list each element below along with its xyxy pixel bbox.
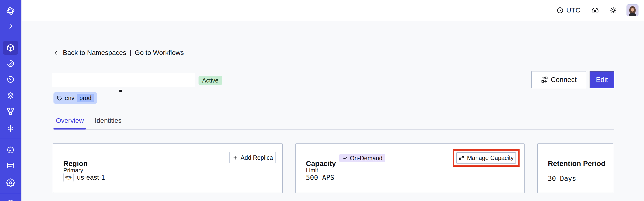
- top-bar: UTC: [22, 0, 644, 21]
- tag-key: env: [65, 94, 74, 102]
- aws-logo-text: aws: [65, 175, 72, 178]
- breadcrumb-divider: |: [130, 49, 132, 56]
- limit-label: Limit: [306, 167, 318, 174]
- tab-overview[interactable]: Overview: [56, 117, 84, 124]
- retention-card-title: Retention Period: [548, 160, 606, 168]
- cube-icon: [6, 44, 15, 52]
- edit-button[interactable]: Edit: [590, 71, 614, 88]
- breadcrumb-workflows-link[interactable]: Go to Workflows: [135, 49, 184, 56]
- labs-toggle-button[interactable]: [591, 6, 599, 14]
- gear-icon: [6, 178, 15, 187]
- sidebar-item-batch-operations[interactable]: [0, 92, 21, 100]
- breadcrumb-back-link[interactable]: Back to Namespaces: [63, 49, 126, 56]
- connect-button[interactable]: Connect: [531, 71, 586, 88]
- manage-capacity-label: Manage Capacity: [467, 154, 514, 162]
- sidebar-item-settings[interactable]: [0, 178, 21, 187]
- sun-icon: [610, 7, 617, 14]
- breadcrumb: Back to Namespaces | Go to Workflows: [53, 49, 184, 56]
- tabs-divider-line: [54, 129, 614, 130]
- connect-button-label: Connect: [551, 76, 577, 84]
- chevron-left-icon[interactable]: [53, 50, 60, 56]
- retention-card: Retention Period 30 Days: [537, 144, 613, 193]
- sidebar-item-schedules[interactable]: [0, 75, 21, 84]
- sidebar-item-workflows[interactable]: [0, 60, 21, 68]
- plus-icon: [232, 155, 238, 160]
- on-demand-label: On-Demand: [350, 155, 382, 162]
- sidebar-item-usage[interactable]: [0, 146, 21, 154]
- aws-smile-icon: [66, 178, 71, 180]
- gauge-icon: [6, 146, 15, 154]
- on-demand-badge: On-Demand: [339, 154, 385, 162]
- status-badge: Active: [198, 76, 222, 85]
- user-avatar[interactable]: [626, 4, 638, 16]
- credit-card-icon: [6, 162, 15, 170]
- namespace-title-redacted: [52, 73, 195, 87]
- tab-identities[interactable]: Identities: [95, 117, 122, 124]
- capacity-value: 500 APS: [306, 174, 334, 182]
- region-card-title: Region: [63, 160, 88, 168]
- timezone-label: UTC: [566, 6, 580, 14]
- glasses-icon: [591, 6, 599, 14]
- click-highlight-annotation: Manage Capacity: [453, 149, 520, 167]
- tag-icon: [56, 95, 62, 101]
- chevron-right-icon: [7, 22, 14, 30]
- manage-capacity-button[interactable]: Manage Capacity: [456, 152, 516, 164]
- aws-provider-icon: aws: [63, 173, 74, 182]
- active-tab-underline: [54, 128, 86, 130]
- sidebar-expand-button[interactable]: [0, 22, 21, 30]
- sidebar-item-home[interactable]: [0, 6, 21, 16]
- namespace-tag: env prod: [54, 92, 97, 104]
- sidebar-item-billing[interactable]: [0, 162, 21, 170]
- asterisk-icon: [6, 124, 15, 133]
- region-value-row: aws us-east-1: [63, 173, 105, 182]
- sidebar-divider: [0, 139, 21, 139]
- redacted-text-fragment: [120, 90, 122, 92]
- status-badge-label: Active: [202, 77, 218, 84]
- sidebar-item-help[interactable]: [0, 199, 21, 201]
- sidebar-item-nexus[interactable]: [0, 124, 21, 133]
- edit-button-label: Edit: [596, 76, 608, 84]
- sidebar-divider: [0, 193, 21, 193]
- branch-icon: [6, 107, 15, 115]
- schedules-timer-icon: [6, 75, 15, 84]
- sidebar-nav: [0, 0, 22, 201]
- help-circle-icon: [6, 199, 15, 201]
- capacity-card: Capacity On-Demand Manage Capacity Limit…: [296, 144, 524, 193]
- theme-toggle-button[interactable]: [610, 7, 617, 14]
- tag-value: prod: [77, 94, 94, 102]
- sliders-icon: [459, 155, 464, 161]
- timezone-selector[interactable]: UTC: [556, 6, 580, 14]
- top-bar-controls: UTC: [556, 0, 638, 21]
- add-replica-button[interactable]: Add Replica: [230, 152, 276, 163]
- region-card: Region Add Replica Primary aws us-east-1: [53, 144, 283, 193]
- connect-flow-icon: [541, 76, 548, 83]
- add-replica-label: Add Replica: [241, 154, 273, 161]
- trending-up-icon: [342, 156, 348, 161]
- region-value: us-east-1: [77, 174, 105, 181]
- temporal-logo-icon: [5, 6, 16, 16]
- sidebar-item-namespaces[interactable]: [3, 41, 18, 55]
- capacity-card-title: Capacity: [306, 160, 336, 168]
- workflows-spiral-icon: [6, 60, 15, 68]
- retention-value: 30 Days: [548, 174, 576, 182]
- sidebar-item-deployments[interactable]: [0, 107, 21, 115]
- clock-icon: [556, 7, 564, 14]
- avatar-image: [627, 5, 638, 16]
- layers-icon: [6, 92, 15, 100]
